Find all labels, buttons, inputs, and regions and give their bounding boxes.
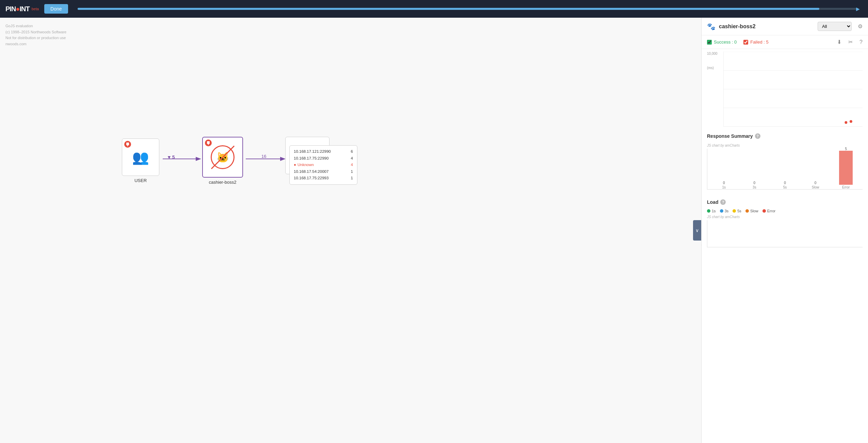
cat-circle: 🐱: [211, 145, 235, 169]
bar-error: [839, 151, 853, 185]
cat-emoji: 🐱: [216, 151, 229, 163]
progress-bar: ▶: [78, 8, 858, 10]
stats-row: Success : 0 Failed : 5 ⬇ ✂ ?: [702, 35, 868, 49]
chart-y-label: (ms): [707, 66, 714, 70]
legend-3s: 3s: [720, 209, 729, 213]
bar-group-error: 5 Error: [832, 147, 860, 189]
download-icon[interactable]: ⬇: [837, 39, 841, 45]
response-summary-help-icon[interactable]: ?: [755, 133, 760, 139]
legend-row: 1s 3s 5s Slow Error: [702, 207, 868, 215]
pin-icon-2: [206, 141, 210, 145]
endpoint-row-2: 10.168.17.75:22990 4: [294, 155, 353, 162]
logo-text: PIN●INT: [5, 5, 30, 13]
cashier-node-box: 🐱: [202, 137, 243, 178]
svg-rect-4: [207, 141, 210, 144]
scatter-svg: 10,000 7,500 5,000 2,500 0 07-02 15:54:5…: [723, 52, 863, 127]
svg-rect-5: [208, 144, 209, 145]
load-chart-area: JS chart by amCharts 6 0: [707, 215, 863, 247]
pin-icon: [126, 142, 130, 146]
endpoint-row-4: 10.168.17.75:22993 1: [294, 175, 353, 182]
load-bar-chart: 6 0: [707, 220, 863, 247]
legend-dot-5s: [733, 209, 736, 213]
main-container: GoJS evaluation (c) 1998–2015 Northwoods…: [0, 18, 868, 443]
bar-value-5s: 0: [784, 181, 786, 185]
response-summary-chart: JS chart by amCharts 6 3 0 0 1s 0: [702, 141, 868, 195]
endpoint-ip-2: 10.168.17.75:22990: [294, 155, 328, 162]
success-checkbox[interactable]: [707, 40, 712, 45]
panel-title: cashier-boss2: [719, 23, 756, 30]
bar-group-3s: 0 3s: [741, 181, 769, 189]
done-button[interactable]: Done: [44, 4, 68, 14]
load-help-icon[interactable]: ?: [720, 199, 726, 205]
endpoints-table: 10.168.17.121:22990 6 10.168.17.75:22990…: [289, 145, 357, 185]
logo: PIN●INT beta: [5, 5, 39, 13]
user-icon: 👥: [132, 149, 149, 165]
endpoint-count-unknown: 4: [351, 162, 353, 168]
failed-label: Failed : 5: [750, 39, 768, 45]
bar-label-5s: 5s: [783, 185, 787, 189]
user-pin-badge: [124, 141, 131, 148]
legend-label-1s: 1s: [712, 209, 716, 213]
bar-group-5s: 0 5s: [771, 181, 799, 189]
collapse-button[interactable]: ∨: [693, 220, 701, 241]
load-title: Load ?: [702, 195, 868, 207]
scatter-chart-area: 10,000 (ms) 10,00: [702, 49, 868, 128]
legend-slow: Slow: [745, 209, 758, 213]
progress-bar-fill: [78, 8, 820, 10]
bar-value-slow: 0: [815, 181, 817, 185]
endpoint-count-1: 6: [351, 148, 353, 155]
bar-label-slow: Slow: [812, 185, 819, 189]
cashier-pin-badge: [205, 140, 212, 146]
legend-dot-1s: [707, 209, 710, 213]
success-stat: Success : 0: [707, 39, 737, 45]
bar-value-1s: 0: [723, 181, 725, 185]
legend-error: Error: [762, 209, 775, 213]
endpoint-count-4: 1: [351, 175, 353, 182]
bar-group-1s: 0 1s: [710, 181, 738, 189]
failed-stat: Failed : 5: [743, 39, 768, 45]
endpoint-ip-3: 10.168.17.54:20007: [294, 168, 328, 175]
legend-label-3s: 3s: [725, 209, 729, 213]
svg-rect-3: [127, 145, 128, 146]
failed-checkbox[interactable]: [743, 40, 748, 45]
right-panel-inner: 🐾 cashier-boss2 All 1s 3s 5s Slow Error …: [702, 18, 868, 443]
legend-dot-3s: [720, 209, 723, 213]
panel-header: 🐾 cashier-boss2 All 1s 3s 5s Slow Error …: [702, 18, 868, 35]
logo-beta: beta: [32, 7, 39, 11]
legend-5s: 5s: [733, 209, 741, 213]
copyright: GoJS evaluation (c) 1998–2015 Northwoods…: [5, 23, 66, 47]
chevron-down-icon: ∨: [695, 228, 699, 233]
success-label: Success : 0: [714, 39, 737, 45]
response-summary-title: Response Summary ?: [702, 129, 868, 141]
help-stats-icon[interactable]: ?: [859, 39, 863, 45]
legend-label-5s: 5s: [737, 209, 741, 213]
load-y-min: 0: [702, 243, 702, 247]
load-y-max: 6: [702, 220, 702, 224]
bar-label-error: Error: [842, 185, 850, 189]
chart-y-max-label: 10,000: [707, 52, 718, 55]
right-panel: 🐾 cashier-boss2 All 1s 3s 5s Slow Error …: [701, 18, 868, 443]
endpoint-row-3: 10.168.17.54:20007 1: [294, 168, 353, 175]
filter-select[interactable]: All 1s 3s 5s Slow Error: [818, 22, 852, 31]
edge-label-16: 16: [261, 154, 266, 159]
svg-rect-2: [126, 143, 129, 145]
legend-label-slow: Slow: [750, 209, 758, 213]
user-node-box: 👥: [122, 138, 159, 176]
progress-arrow-icon: ▶: [856, 6, 860, 12]
scissors-icon[interactable]: ✂: [848, 39, 853, 45]
endpoint-ip-unknown: ●Unknown: [294, 162, 314, 168]
filter-label: ▼ 5: [167, 154, 175, 160]
user-node[interactable]: 👥 USER: [122, 138, 159, 183]
bar-label-1s: 1s: [722, 185, 726, 189]
endpoint-count-3: 1: [351, 168, 353, 175]
cashier-node[interactable]: 🐱 cashier-boss2: [202, 137, 243, 185]
diagram-arrows: [0, 18, 701, 443]
endpoint-count-2: 4: [351, 155, 353, 162]
bar-value-3s: 0: [754, 181, 756, 185]
endpoint-ip-1: 10.168.17.121:22990: [294, 148, 331, 155]
response-bar-chart: 6 3 0 0 1s 0 3s: [707, 149, 863, 190]
gear-icon[interactable]: ⚙: [858, 23, 863, 30]
cashier-node-label: cashier-boss2: [209, 180, 237, 185]
bar-value-error: 5: [845, 147, 847, 151]
endpoint-row-unknown: ●Unknown 4: [294, 162, 353, 168]
